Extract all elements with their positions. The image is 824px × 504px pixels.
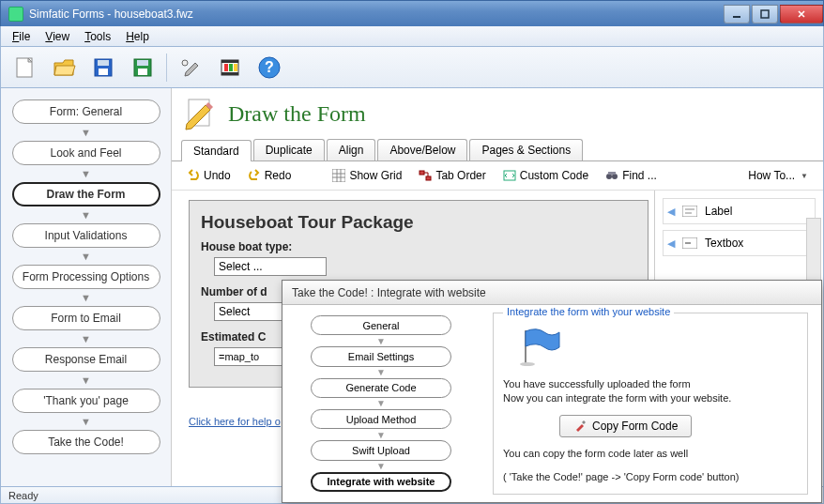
dialog-step-3[interactable]: Upload Method [311, 409, 451, 429]
editor-toolbar: Undo Redo Show Grid Tab Order Custom Cod… [172, 161, 823, 191]
menu-view[interactable]: View [38, 28, 77, 45]
svg-rect-12 [221, 72, 238, 75]
nav-step-8[interactable]: Take the Code! [12, 430, 160, 454]
binoculars-icon [605, 169, 618, 182]
palette-textbox-item[interactable]: ◀ Textbox [663, 230, 816, 256]
nav-arrow-icon: ▼ [81, 208, 91, 221]
boat-type-label: House boat type: [201, 240, 636, 253]
tab-order-icon [419, 169, 432, 182]
new-button[interactable] [8, 52, 40, 84]
nav-sidebar: Form: General▼Look and Feel▼Draw the For… [1, 88, 172, 486]
fieldset-legend: Integrate the form with your website [503, 306, 674, 317]
svg-rect-1 [761, 10, 769, 18]
redo-button[interactable]: Redo [244, 167, 296, 184]
editor-tab-duplicate[interactable]: Duplicate [253, 139, 325, 160]
status-text: Ready [8, 490, 38, 501]
canvas-help-link[interactable]: Click here for help o [189, 416, 281, 427]
nav-arrow-icon: ▼ [81, 126, 91, 139]
nav-step-2[interactable]: Draw the Form [12, 182, 160, 206]
nav-step-5[interactable]: Form to Email [12, 306, 160, 330]
nav-step-4[interactable]: Form Processing Options [12, 265, 160, 289]
custom-code-button[interactable]: Custom Code [499, 167, 592, 184]
save-as-button[interactable] [127, 52, 159, 84]
dialog-text-4: ( 'Take the Code!' page -> 'Copy Form co… [503, 470, 798, 484]
editor-tab-pages-sections[interactable]: Pages & Sections [469, 139, 583, 160]
svg-rect-21 [426, 176, 431, 180]
drag-handle-icon: ◀ [667, 206, 675, 218]
settings-button[interactable] [175, 52, 206, 84]
media-button[interactable] [214, 52, 246, 84]
nav-step-7[interactable]: 'Thank you' page [12, 389, 160, 413]
grid-icon [332, 169, 345, 182]
svg-rect-22 [504, 171, 515, 180]
nav-step-0[interactable]: Form: General [12, 99, 160, 124]
take-the-code-dialog: Take the Code! : Integrate with website … [282, 280, 822, 503]
palette-label-item[interactable]: ◀ Label [663, 198, 816, 224]
main-toolbar: ? [0, 47, 824, 88]
svg-rect-5 [99, 69, 108, 75]
svg-rect-0 [733, 16, 740, 18]
maximize-button[interactable] [752, 5, 778, 23]
step-arrow-icon: ▼ [376, 336, 386, 345]
titlebar: Simfatic Forms - houseboat3.fwz [0, 0, 824, 26]
nav-arrow-icon: ▼ [81, 415, 91, 428]
svg-rect-19 [332, 169, 345, 182]
step-arrow-icon: ▼ [376, 368, 386, 377]
nav-arrow-icon: ▼ [81, 250, 91, 263]
dialog-step-5[interactable]: Integrate with website [311, 472, 451, 492]
page-title: Draw the Form [228, 101, 366, 127]
editor-tab-above-below[interactable]: Above/Below [377, 139, 467, 160]
editor-tabs: StandardDuplicateAlignAbove/BelowPages &… [172, 139, 823, 161]
textbox-icon [682, 237, 697, 249]
svg-rect-4 [98, 60, 109, 66]
menu-help[interactable]: Help [118, 28, 157, 45]
nav-step-3[interactable]: Input Validations [12, 223, 160, 248]
undo-button[interactable]: Undo [183, 167, 235, 184]
svg-rect-7 [137, 60, 148, 66]
editor-tab-standard[interactable]: Standard [181, 140, 252, 161]
label-icon [682, 206, 697, 217]
svg-rect-15 [234, 64, 237, 71]
nav-step-1[interactable]: Look and Feel [12, 141, 160, 165]
close-button[interactable] [780, 5, 823, 23]
save-button[interactable] [87, 52, 119, 84]
palette-item-label: Textbox [705, 237, 743, 250]
pencil-paper-icon [183, 96, 219, 131]
tab-order-button[interactable]: Tab Order [415, 167, 489, 184]
dialog-step-2[interactable]: Generate Code [311, 378, 451, 398]
nav-arrow-icon: ▼ [81, 291, 91, 304]
tools-icon [573, 420, 587, 433]
boat-type-select[interactable]: Select ... [214, 257, 327, 276]
svg-rect-20 [420, 171, 424, 175]
show-grid-button[interactable]: Show Grid [328, 167, 405, 184]
how-to-dropdown[interactable]: How To...▼ [744, 167, 812, 184]
menu-file[interactable]: File [5, 28, 38, 45]
minimize-button[interactable] [724, 5, 750, 23]
step-arrow-icon: ▼ [376, 462, 386, 471]
find-button[interactable]: Find ... [602, 167, 661, 184]
dialog-text-1: You have successfully uploaded the form [503, 377, 798, 391]
menubar: File View Tools Help [0, 26, 824, 47]
drag-handle-icon: ◀ [667, 237, 675, 250]
editor-tab-align[interactable]: Align [327, 139, 376, 160]
dialog-text-2: Now you can integrate the form with your… [503, 391, 798, 405]
dialog-step-4[interactable]: Swift Upload [311, 440, 451, 460]
nav-step-6[interactable]: Response Email [12, 347, 160, 372]
svg-rect-8 [138, 69, 147, 75]
step-arrow-icon: ▼ [376, 399, 386, 408]
integrate-fieldset: Integrate the form with your website You… [493, 313, 808, 495]
form-heading: Houseboat Tour Package [201, 212, 636, 233]
dialog-step-0[interactable]: General [311, 315, 451, 335]
copy-form-code-button[interactable]: Copy Form Code [559, 415, 692, 437]
nav-arrow-icon: ▼ [81, 374, 91, 387]
nav-arrow-icon: ▼ [81, 332, 91, 345]
svg-text:?: ? [265, 59, 274, 75]
dialog-title: Take the Code! : Integrate with website [282, 281, 821, 305]
menu-tools[interactable]: Tools [77, 28, 118, 45]
svg-rect-25 [608, 172, 616, 175]
help-button[interactable]: ? [253, 52, 285, 84]
svg-rect-26 [682, 206, 697, 217]
open-button[interactable] [48, 52, 80, 84]
dialog-step-nav: General▼Email Settings▼Generate Code▼Upl… [282, 305, 480, 502]
dialog-step-1[interactable]: Email Settings [311, 346, 451, 366]
